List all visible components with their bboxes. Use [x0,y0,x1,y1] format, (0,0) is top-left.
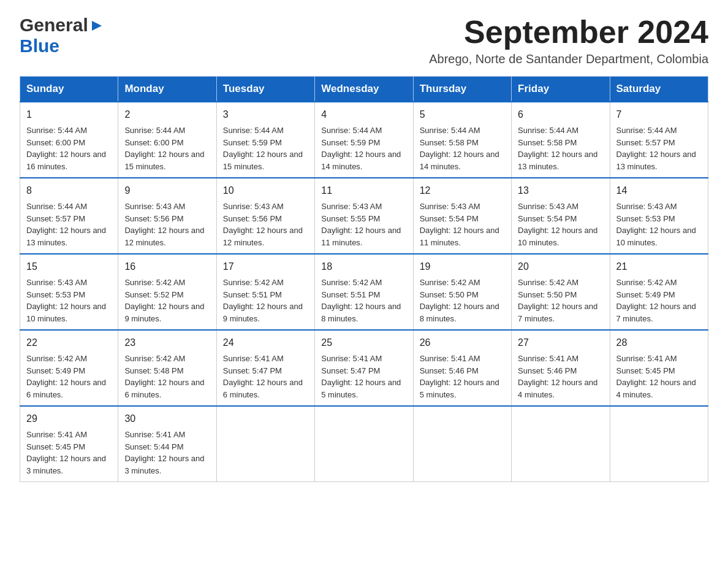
day-info: Sunrise: 5:41 AMSunset: 5:46 PMDaylight:… [518,353,603,400]
weekday-header-monday: Monday [118,77,216,102]
day-info: Sunrise: 5:44 AMSunset: 5:59 PMDaylight:… [321,124,406,172]
day-cell-7: 7Sunrise: 5:44 AMSunset: 5:57 PMDaylight… [610,102,708,178]
day-cell-20: 20Sunrise: 5:42 AMSunset: 5:50 PMDayligh… [512,254,610,330]
day-cell-11: 11Sunrise: 5:43 AMSunset: 5:55 PMDayligh… [315,178,413,254]
logo: General Blue [20,15,104,56]
day-info: Sunrise: 5:43 AMSunset: 5:53 PMDaylight:… [26,277,112,324]
day-cell-23: 23Sunrise: 5:42 AMSunset: 5:48 PMDayligh… [118,330,216,406]
calendar-body: 1Sunrise: 5:44 AMSunset: 6:00 PMDaylight… [20,102,708,482]
day-info: Sunrise: 5:43 AMSunset: 5:53 PMDaylight:… [616,201,702,248]
day-cell-21: 21Sunrise: 5:42 AMSunset: 5:49 PMDayligh… [610,254,708,330]
svg-marker-0 [92,21,102,31]
day-info: Sunrise: 5:42 AMSunset: 5:52 PMDaylight:… [124,277,210,324]
weekday-header-thursday: Thursday [413,77,511,102]
day-number: 9 [124,183,210,198]
day-number: 23 [124,335,210,350]
day-cell-13: 13Sunrise: 5:43 AMSunset: 5:54 PMDayligh… [512,178,610,254]
weekday-header-saturday: Saturday [610,77,708,102]
day-cell-2: 2Sunrise: 5:44 AMSunset: 6:00 PMDaylight… [118,102,216,178]
day-cell-30: 30Sunrise: 5:41 AMSunset: 5:44 PMDayligh… [118,406,216,482]
day-info: Sunrise: 5:43 AMSunset: 5:54 PMDaylight:… [518,201,603,248]
day-info: Sunrise: 5:41 AMSunset: 5:45 PMDaylight:… [26,429,112,477]
day-cell-16: 16Sunrise: 5:42 AMSunset: 5:52 PMDayligh… [118,254,216,330]
day-info: Sunrise: 5:43 AMSunset: 5:56 PMDaylight:… [124,201,210,248]
day-cell-14: 14Sunrise: 5:43 AMSunset: 5:53 PMDayligh… [610,178,708,254]
day-number: 25 [321,335,406,350]
day-number: 2 [124,107,210,122]
day-number: 29 [26,412,112,426]
day-cell-26: 26Sunrise: 5:41 AMSunset: 5:46 PMDayligh… [413,330,511,406]
day-number: 7 [616,107,702,122]
day-info: Sunrise: 5:44 AMSunset: 6:00 PMDaylight:… [26,124,112,172]
day-number: 19 [420,259,505,274]
day-info: Sunrise: 5:42 AMSunset: 5:48 PMDaylight:… [124,353,210,400]
day-number: 10 [223,183,308,198]
week-row-3: 15Sunrise: 5:43 AMSunset: 5:53 PMDayligh… [20,254,708,330]
day-number: 13 [518,183,603,198]
day-number: 18 [321,259,406,274]
day-cell-9: 9Sunrise: 5:43 AMSunset: 5:56 PMDaylight… [118,178,216,254]
day-number: 21 [616,259,702,274]
day-number: 20 [518,259,603,274]
day-info: Sunrise: 5:42 AMSunset: 5:50 PMDaylight:… [420,277,505,324]
day-number: 24 [223,335,308,350]
title-section: September 2024 Abrego, Norte de Santande… [429,15,708,66]
day-cell-8: 8Sunrise: 5:44 AMSunset: 5:57 PMDaylight… [20,178,118,254]
empty-cell [610,406,708,482]
day-cell-27: 27Sunrise: 5:41 AMSunset: 5:46 PMDayligh… [512,330,610,406]
day-info: Sunrise: 5:43 AMSunset: 5:56 PMDaylight:… [223,201,308,248]
day-cell-18: 18Sunrise: 5:42 AMSunset: 5:51 PMDayligh… [315,254,413,330]
day-info: Sunrise: 5:44 AMSunset: 6:00 PMDaylight:… [124,124,210,172]
day-cell-1: 1Sunrise: 5:44 AMSunset: 6:00 PMDaylight… [20,102,118,178]
day-info: Sunrise: 5:44 AMSunset: 5:58 PMDaylight:… [518,124,603,172]
day-number: 27 [518,335,603,350]
day-info: Sunrise: 5:44 AMSunset: 5:57 PMDaylight:… [26,201,112,248]
day-number: 4 [321,107,406,122]
day-cell-24: 24Sunrise: 5:41 AMSunset: 5:47 PMDayligh… [216,330,314,406]
day-cell-12: 12Sunrise: 5:43 AMSunset: 5:54 PMDayligh… [413,178,511,254]
weekday-header-friday: Friday [512,77,610,102]
week-row-2: 8Sunrise: 5:44 AMSunset: 5:57 PMDaylight… [20,178,708,254]
day-number: 8 [26,183,112,198]
day-cell-25: 25Sunrise: 5:41 AMSunset: 5:47 PMDayligh… [315,330,413,406]
day-number: 30 [124,412,210,426]
day-number: 14 [616,183,702,198]
day-info: Sunrise: 5:42 AMSunset: 5:49 PMDaylight:… [616,277,702,324]
day-number: 15 [26,259,112,274]
day-number: 1 [26,107,112,122]
day-number: 22 [26,335,112,350]
week-row-4: 22Sunrise: 5:42 AMSunset: 5:49 PMDayligh… [20,330,708,406]
day-cell-19: 19Sunrise: 5:42 AMSunset: 5:50 PMDayligh… [413,254,511,330]
day-number: 6 [518,107,603,122]
day-info: Sunrise: 5:42 AMSunset: 5:49 PMDaylight:… [26,353,112,400]
day-cell-17: 17Sunrise: 5:42 AMSunset: 5:51 PMDayligh… [216,254,314,330]
day-number: 12 [420,183,505,198]
weekday-header-row: SundayMondayTuesdayWednesdayThursdayFrid… [20,77,708,102]
logo-blue-text: Blue [20,36,59,56]
day-cell-4: 4Sunrise: 5:44 AMSunset: 5:59 PMDaylight… [315,102,413,178]
day-number: 16 [124,259,210,274]
week-row-1: 1Sunrise: 5:44 AMSunset: 6:00 PMDaylight… [20,102,708,178]
day-cell-5: 5Sunrise: 5:44 AMSunset: 5:58 PMDaylight… [413,102,511,178]
calendar-subtitle: Abrego, Norte de Santander Department, C… [429,52,708,66]
weekday-header-wednesday: Wednesday [315,77,413,102]
day-info: Sunrise: 5:42 AMSunset: 5:51 PMDaylight:… [321,277,406,324]
day-cell-10: 10Sunrise: 5:43 AMSunset: 5:56 PMDayligh… [216,178,314,254]
logo-triangle-icon [89,18,104,33]
day-cell-3: 3Sunrise: 5:44 AMSunset: 5:59 PMDaylight… [216,102,314,178]
day-info: Sunrise: 5:41 AMSunset: 5:44 PMDaylight:… [124,429,210,477]
day-cell-28: 28Sunrise: 5:41 AMSunset: 5:45 PMDayligh… [610,330,708,406]
day-info: Sunrise: 5:42 AMSunset: 5:51 PMDaylight:… [223,277,308,324]
day-info: Sunrise: 5:42 AMSunset: 5:50 PMDaylight:… [518,277,603,324]
empty-cell [216,406,314,482]
day-number: 26 [420,335,505,350]
weekday-header-sunday: Sunday [20,77,118,102]
day-cell-15: 15Sunrise: 5:43 AMSunset: 5:53 PMDayligh… [20,254,118,330]
calendar-header: SundayMondayTuesdayWednesdayThursdayFrid… [20,77,708,102]
day-cell-29: 29Sunrise: 5:41 AMSunset: 5:45 PMDayligh… [20,406,118,482]
day-info: Sunrise: 5:44 AMSunset: 5:59 PMDaylight:… [223,124,308,172]
empty-cell [315,406,413,482]
week-row-5: 29Sunrise: 5:41 AMSunset: 5:45 PMDayligh… [20,406,708,482]
day-info: Sunrise: 5:44 AMSunset: 5:57 PMDaylight:… [616,124,702,172]
day-info: Sunrise: 5:41 AMSunset: 5:47 PMDaylight:… [321,353,406,400]
